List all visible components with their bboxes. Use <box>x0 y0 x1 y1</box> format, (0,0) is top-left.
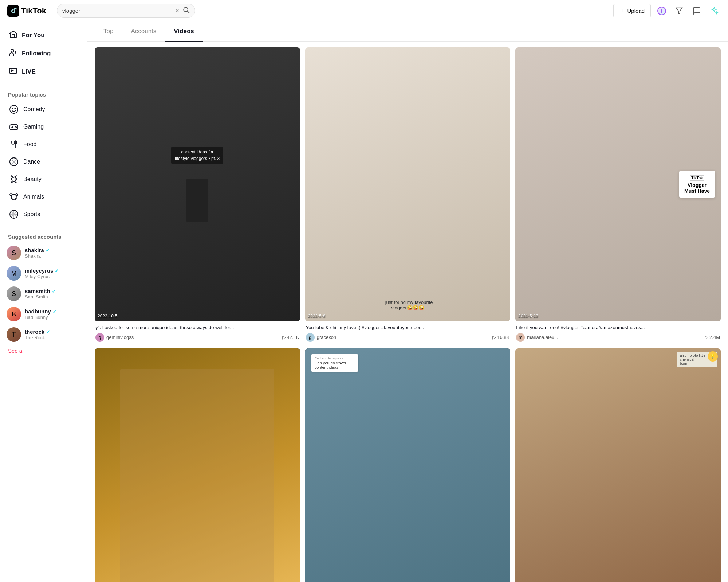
video-card[interactable]: VLOG 2021-11-28 An anxious daily vlogger… <box>95 348 300 582</box>
see-all-button[interactable]: See all <box>0 345 87 357</box>
logo-text: TikTok <box>21 6 46 16</box>
creator-avatar: g <box>306 333 315 342</box>
account-info: shakira ✓ Shakira <box>25 247 50 259</box>
topic-label: Gaming <box>23 124 44 130</box>
food-icon <box>8 138 20 150</box>
header-actions: ＋ Upload <box>613 4 721 17</box>
sidebar-item-label: For You <box>22 32 45 39</box>
video-thumbnail: TikTok VloggerMust Have 2021-5-13 <box>515 47 721 321</box>
verified-icon: ✓ <box>46 247 50 253</box>
video-description: YouTube & chill my fave :) #vlogger #fav… <box>306 324 510 331</box>
header: TikTok ✕ ＋ Upload <box>0 0 728 22</box>
view-count: ▷ 42.1K <box>282 335 299 340</box>
sidebar-item-for-you[interactable]: For You <box>3 26 84 44</box>
avatar: B <box>7 307 21 321</box>
video-card[interactable]: content ideas forlifestyle vloggers • pt… <box>95 47 300 343</box>
topic-label: Animals <box>23 194 44 200</box>
account-therock[interactable]: T therock ✓ The Rock <box>0 324 87 345</box>
topic-label: Beauty <box>23 176 42 183</box>
topic-beauty[interactable]: Beauty <box>0 171 87 188</box>
tab-top[interactable]: Top <box>95 22 122 42</box>
upload-label: Upload <box>627 8 645 14</box>
topic-gaming[interactable]: Gaming <box>0 118 87 136</box>
inbox-icon[interactable] <box>655 4 668 17</box>
topic-dance[interactable]: Dance <box>0 153 87 171</box>
upload-button[interactable]: ＋ Upload <box>613 4 651 17</box>
video-thumbnail: Replying to laquinta__ ... Can you do tr… <box>305 348 511 582</box>
popular-topics-title: Popular topics <box>0 89 87 101</box>
video-date: 2021-5-13 <box>518 313 538 319</box>
suggested-accounts-title: Suggested accounts <box>0 231 87 243</box>
search-button[interactable] <box>182 6 190 15</box>
tiktok-logo-icon <box>7 5 19 17</box>
video-meta: m mariana.alex... ▷ 2.4M <box>516 333 720 342</box>
comedy-icon <box>8 103 20 115</box>
video-thumbnail: I just found my favouritevlogger🤪🤪🤪 2022… <box>305 47 511 321</box>
avatar: S <box>7 246 21 260</box>
creator-avatar: m <box>516 333 525 342</box>
search-clear-icon[interactable]: ✕ <box>175 7 180 14</box>
tab-videos[interactable]: Videos <box>165 22 202 42</box>
topic-sports[interactable]: Sports <box>0 206 87 223</box>
search-input[interactable] <box>62 8 172 14</box>
topic-label: Food <box>23 141 36 148</box>
creator-username: geminivlogss <box>106 335 280 340</box>
upload-plus-icon: ＋ <box>619 7 625 14</box>
sidebar: For You Following <box>0 22 87 582</box>
animals-icon <box>8 191 20 203</box>
verified-icon: ✓ <box>46 329 50 335</box>
video-info: Like if you want one! #vlogger #camera#a… <box>515 321 721 343</box>
sidebar-item-label: Following <box>22 50 51 57</box>
video-info: y'all asked for some more unique ideas, … <box>95 321 300 343</box>
topic-animals[interactable]: Animals <box>0 188 87 206</box>
avatar: T <box>7 327 21 342</box>
video-card[interactable]: Replying to laquinta__ ... Can you do tr… <box>305 348 511 582</box>
sparkle-icon[interactable] <box>708 4 721 17</box>
creator-username: mariana.alex... <box>527 335 703 340</box>
account-username: shakira ✓ <box>25 247 50 253</box>
account-username: samsmith ✓ <box>25 288 56 294</box>
video-thumbnail: VLOG 2021-11-28 <box>95 348 300 582</box>
svg-point-10 <box>15 108 15 109</box>
view-count: ▷ 2.4M <box>705 335 720 340</box>
video-card[interactable]: TikTok VloggerMust Have 2021-5-13 Like i… <box>515 47 721 343</box>
content-area: Top Accounts Videos content ideas forlif… <box>87 22 728 582</box>
account-badbunny[interactable]: B badbunny ✓ Bad Bunny <box>0 304 87 324</box>
topic-label: Comedy <box>23 106 45 113</box>
video-date: 2022-10-5 <box>98 313 118 319</box>
svg-line-2 <box>188 11 189 13</box>
topic-food[interactable]: Food <box>0 136 87 153</box>
svg-point-18 <box>16 194 18 196</box>
sidebar-item-live[interactable]: LIVE <box>3 63 84 81</box>
svg-point-6 <box>11 49 14 52</box>
verified-icon: ✓ <box>52 309 57 315</box>
svg-marker-5 <box>676 8 682 13</box>
video-card[interactable]: also I proto little chemicalburn 💡 2022-… <box>515 348 721 582</box>
account-display: The Rock <box>25 335 50 340</box>
tab-accounts[interactable]: Accounts <box>122 22 165 42</box>
topic-comedy[interactable]: Comedy <box>0 101 87 118</box>
account-shakira[interactable]: S shakira ✓ Shakira <box>0 243 87 263</box>
video-thumbnail: also I proto little chemicalburn 💡 2022-… <box>515 348 721 582</box>
logo[interactable]: TikTok <box>7 5 51 17</box>
sidebar-item-following[interactable]: Following <box>3 44 84 63</box>
account-username: mileycyrus ✓ <box>25 267 59 274</box>
account-info: therock ✓ The Rock <box>25 329 50 340</box>
video-card[interactable]: I just found my favouritevlogger🤪🤪🤪 2022… <box>305 47 511 343</box>
svg-point-17 <box>10 194 12 196</box>
account-username: badbunny ✓ <box>25 308 57 315</box>
creator-avatar: g <box>95 333 104 342</box>
tabs: Top Accounts Videos <box>87 22 728 42</box>
account-mileycyrus[interactable]: M mileycyrus ✓ Miley Cyrus <box>0 263 87 284</box>
account-display: Sam Smith <box>25 294 56 300</box>
account-samsmith[interactable]: S samsmith ✓ Sam Smith <box>0 284 87 304</box>
sidebar-divider-2 <box>6 227 81 227</box>
play-icon: ▷ <box>282 335 286 340</box>
filter-icon[interactable] <box>673 4 686 17</box>
svg-point-8 <box>10 105 18 113</box>
video-meta: g gracekohl ▷ 16.8K <box>306 333 510 342</box>
gaming-icon <box>8 121 20 133</box>
account-display: Shakira <box>25 253 50 259</box>
messages-icon[interactable] <box>690 4 703 17</box>
dance-icon <box>8 156 20 168</box>
